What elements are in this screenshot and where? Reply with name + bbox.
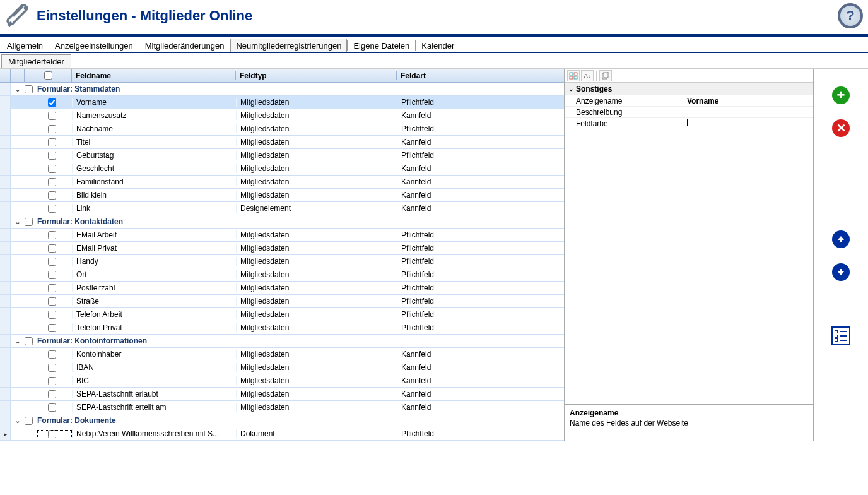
row-checkbox[interactable] xyxy=(48,244,56,253)
prop-value[interactable]: Vorname xyxy=(684,97,813,105)
propgrid-sort-icon[interactable]: A↓ xyxy=(581,70,594,81)
tab-kalender[interactable]: Kalender xyxy=(416,39,460,52)
cell-feldtyp: Mitgliedsdaten xyxy=(236,151,397,160)
group-row[interactable]: ⌄Formular: Kontoinformationen xyxy=(0,335,564,348)
list-view-button[interactable] xyxy=(831,326,850,345)
group-row[interactable]: ⌄Formular: Kontaktdaten xyxy=(0,215,564,229)
group-checkbox[interactable] xyxy=(25,85,33,93)
row-checkbox[interactable] xyxy=(48,258,56,266)
tab-eigene dateien[interactable]: Eigene Dateien xyxy=(348,39,415,52)
move-down-button[interactable] xyxy=(832,263,850,281)
table-row[interactable]: LinkDesignelementKannfeld xyxy=(0,202,564,215)
collapse-toggle-icon[interactable]: ⌄ xyxy=(11,338,25,345)
group-row[interactable]: ⌄Formular: Dokumente xyxy=(0,414,564,427)
delete-button[interactable]: ✕ xyxy=(832,119,850,137)
row-checkbox[interactable] xyxy=(48,350,56,359)
row-checkbox[interactable] xyxy=(48,98,56,107)
table-row[interactable]: PostleitzahlMitgliedsdatenPflichtfeld xyxy=(0,282,564,295)
row-checkbox[interactable] xyxy=(48,430,56,438)
table-row[interactable]: OrtMitgliedsdatenPflichtfeld xyxy=(0,268,564,282)
row-checkbox[interactable] xyxy=(48,284,56,292)
cell-feldart: Pflichtfeld xyxy=(397,270,564,279)
cell-feldart: Pflichtfeld xyxy=(397,310,564,319)
svg-point-0 xyxy=(24,6,28,10)
collapse-toggle-icon[interactable]: ⌄ xyxy=(566,85,576,92)
row-checkbox[interactable] xyxy=(48,324,56,332)
table-row[interactable]: SEPA-Lastschrift erteilt amMitgliedsdate… xyxy=(0,401,564,414)
cell-feldname: Ort xyxy=(72,270,236,279)
row-checkbox[interactable] xyxy=(48,138,56,146)
prop-value[interactable] xyxy=(684,119,813,128)
propgrid-pages-icon[interactable] xyxy=(599,70,612,81)
table-row[interactable]: HandyMitgliedsdatenPflichtfeld xyxy=(0,255,564,268)
header-checkbox-col[interactable] xyxy=(25,69,72,82)
cell-feldname: Postleitzahl xyxy=(72,283,236,292)
table-row[interactable]: SEPA-Lastschrift erlaubtMitgliedsdatenKa… xyxy=(0,388,564,401)
col-header-feldname[interactable]: Feldname xyxy=(72,71,236,80)
group-checkbox[interactable] xyxy=(25,218,33,226)
row-checkbox[interactable] xyxy=(48,297,56,306)
table-row[interactable]: GeschlechtMitgliedsdatenKannfeld xyxy=(0,162,564,176)
table-row[interactable]: KontoinhaberMitgliedsdatenKannfeld xyxy=(0,348,564,361)
prop-row[interactable]: Beschreibung xyxy=(565,107,813,118)
row-checkbox[interactable] xyxy=(48,152,56,160)
table-row[interactable]: ▸Netxp:Verein Willkomensschreiben mit S.… xyxy=(0,427,564,441)
col-header-feldtyp[interactable]: Feldtyp xyxy=(236,71,397,80)
table-row[interactable]: Telefon ArbeitMitgliedsdatenPflichtfeld xyxy=(0,308,564,321)
row-checkbox[interactable] xyxy=(48,271,56,279)
table-row[interactable]: IBANMitgliedsdatenKannfeld xyxy=(0,361,564,374)
table-row[interactable]: Telefon PrivatMitgliedsdatenPflichtfeld xyxy=(0,321,564,335)
row-checkbox[interactable] xyxy=(48,390,56,398)
tab-mitgliederänderungen[interactable]: Mitgliederänderungen xyxy=(139,39,230,52)
row-checkbox[interactable] xyxy=(48,377,56,385)
content-area: Feldname Feldtyp Feldart ⌄Formular: Stam… xyxy=(0,68,868,441)
table-row[interactable]: EMail PrivatMitgliedsdatenPflichtfeld xyxy=(0,242,564,255)
collapse-toggle-icon[interactable]: ⌄ xyxy=(11,417,25,424)
row-checkbox[interactable] xyxy=(48,125,56,133)
table-row[interactable]: BICMitgliedsdatenKannfeld xyxy=(0,374,564,388)
row-checkbox[interactable] xyxy=(48,178,56,186)
tab-anzeigeeinstellungen[interactable]: Anzeigeeinstellungen xyxy=(49,39,139,52)
table-row[interactable]: Bild kleinMitgliedsdatenKannfeld xyxy=(0,189,564,202)
group-row[interactable]: ⌄Formular: Stammdaten xyxy=(0,83,564,96)
group-checkbox[interactable] xyxy=(25,417,33,425)
table-row[interactable]: StraßeMitgliedsdatenPflichtfeld xyxy=(0,295,564,308)
add-button[interactable]: + xyxy=(832,86,850,104)
color-swatch[interactable] xyxy=(687,119,698,126)
row-checkbox[interactable] xyxy=(48,311,56,319)
collapse-toggle-icon[interactable]: ⌄ xyxy=(11,218,25,225)
subtab-mitgliederfelder[interactable]: Mitgliederfelder xyxy=(1,54,71,68)
prop-row[interactable]: AnzeigenameVorname xyxy=(565,95,813,107)
table-row[interactable]: VornameMitgliedsdatenPflichtfeld xyxy=(0,96,564,109)
table-row[interactable]: NachnameMitgliedsdatenPflichtfeld xyxy=(0,122,564,136)
row-checkbox[interactable] xyxy=(48,364,56,372)
row-checkbox[interactable] xyxy=(48,403,56,412)
row-checkbox[interactable] xyxy=(48,112,56,120)
cell-feldname: EMail Privat xyxy=(72,244,236,253)
cell-feldname: Vorname xyxy=(72,98,236,107)
propgrid-categorized-icon[interactable] xyxy=(567,70,580,81)
cell-feldname: BIC xyxy=(72,376,236,385)
cell-feldart: Kannfeld xyxy=(397,111,564,120)
row-checkbox[interactable] xyxy=(48,165,56,173)
cell-feldart: Pflichtfeld xyxy=(397,244,564,253)
row-checkbox[interactable] xyxy=(48,231,56,239)
cell-feldart: Kannfeld xyxy=(397,204,564,213)
collapse-toggle-icon[interactable]: ⌄ xyxy=(11,86,25,93)
row-checkbox[interactable] xyxy=(48,205,56,213)
group-checkbox[interactable] xyxy=(25,337,33,345)
help-button[interactable]: ? xyxy=(838,3,863,28)
col-header-feldart[interactable]: Feldart xyxy=(397,71,564,80)
tab-allgemein[interactable]: Allgemein xyxy=(1,39,49,52)
tab-neumitgliederregistrierungen[interactable]: Neumitgliederregistrierungen xyxy=(230,39,347,52)
prop-row[interactable]: Feldfarbe xyxy=(565,118,813,129)
table-row[interactable]: FamilienstandMitgliedsdatenKannfeld xyxy=(0,176,564,189)
prop-category[interactable]: ⌄Sonstiges xyxy=(565,83,813,95)
table-row[interactable]: EMail ArbeitMitgliedsdatenPflichtfeld xyxy=(0,229,564,242)
row-checkbox[interactable] xyxy=(48,191,56,200)
table-row[interactable]: TitelMitgliedsdatenKannfeld xyxy=(0,136,564,149)
table-row[interactable]: NamenszusatzMitgliedsdatenKannfeld xyxy=(0,109,564,122)
move-up-button[interactable] xyxy=(832,230,850,248)
table-row[interactable]: GeburtstagMitgliedsdatenPflichtfeld xyxy=(0,149,564,162)
main-tabs: AllgemeinAnzeigeeinstellungenMitgliederä… xyxy=(0,37,868,53)
